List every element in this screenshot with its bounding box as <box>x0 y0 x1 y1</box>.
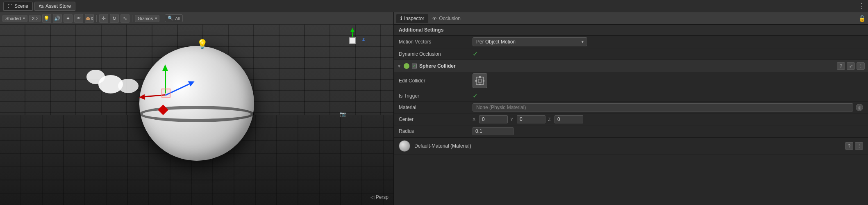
orient-z-label: z <box>362 36 365 42</box>
dynamic-occlusion-value: ✓ <box>473 50 863 58</box>
edit-collider-button[interactable] <box>473 73 487 88</box>
hidden-objects-button[interactable]: 🙈 0 <box>85 14 94 23</box>
center-label: Center <box>399 116 473 122</box>
material-more-button[interactable]: ⋮ <box>855 142 863 150</box>
svg-rect-4 <box>479 76 481 78</box>
scene-search[interactable]: 🔍 All <box>165 14 183 22</box>
sphere-collider-enabled-checkbox[interactable]: ✓ <box>412 64 417 68</box>
additional-settings-header: Additional Settings <box>394 25 868 36</box>
sphere-collider-preset-button[interactable]: ⤢ <box>847 62 855 70</box>
material-value: None (Physic Material) ◎ <box>473 103 863 112</box>
sphere-collider-enabled-check: ✓ <box>413 64 416 68</box>
search-icon: 🔍 <box>168 16 173 21</box>
move-tool[interactable]: ✛ <box>99 14 108 23</box>
motion-vectors-value: Per Object Motion ▼ <box>473 37 863 46</box>
radius-input[interactable] <box>473 127 514 135</box>
toolbar-sep-1 <box>96 15 97 22</box>
selection-box <box>161 89 170 98</box>
asset-store-tab-icon: 🛍 <box>39 4 43 9</box>
shading-dropdown[interactable]: Shaded ▼ <box>2 15 27 22</box>
orientation-gizmo: z <box>340 28 365 52</box>
scale-tool[interactable]: ⤡ <box>120 14 130 23</box>
top-bar-more-button[interactable]: ⋮ <box>858 2 865 10</box>
material-action-buttons: ? ⋮ <box>845 142 863 150</box>
dynamic-occlusion-label: Dynamic Occlusion <box>399 51 473 57</box>
center-y-input[interactable] <box>517 115 545 123</box>
orient-cube[interactable] <box>349 37 356 44</box>
asset-store-tab-label: Asset Store <box>45 3 71 9</box>
scene-tab[interactable]: ⛶ Scene <box>3 2 33 11</box>
gizmos-label: Gizmos <box>138 16 153 21</box>
2d-label: 2D <box>32 16 38 21</box>
dynamic-occlusion-checkbox[interactable]: ✓ <box>473 50 478 58</box>
default-material-name: Default-Material (Material) <box>414 143 841 149</box>
sphere-collider-more-button[interactable]: ⋮ <box>857 62 865 70</box>
occlusion-tab[interactable]: 👁 Occlusion <box>428 14 465 23</box>
material-picker-button[interactable]: ◎ <box>856 104 863 111</box>
center-x-label: X <box>473 117 477 122</box>
z-arrow <box>188 79 196 87</box>
asset-store-tab[interactable]: 🛍 Asset Store <box>34 2 75 11</box>
scene-view-effects-button[interactable]: 👁 <box>74 14 83 23</box>
center-z-input[interactable] <box>554 115 583 123</box>
edit-collider-row: Edit Collider <box>394 72 868 90</box>
motion-vectors-label: Motion Vectors <box>399 39 473 45</box>
panel-tabs: ℹ Inspector 👁 Occlusion 🔓 <box>394 12 868 25</box>
center-x-group: X <box>473 115 508 123</box>
edit-collider-label: Edit Collider <box>399 78 473 84</box>
2d-button[interactable]: 2D <box>29 15 41 22</box>
inspector-tab[interactable]: ℹ Inspector <box>396 14 428 23</box>
sphere-collider-icon: ● <box>404 63 409 69</box>
is-trigger-value: ✓ <box>473 92 863 100</box>
transform-gizmo <box>132 60 198 126</box>
inspector-tab-label: Inspector <box>404 16 424 21</box>
inspector-icon: ℹ <box>400 16 402 21</box>
scene-tab-icon: ⛶ <box>8 4 12 9</box>
sphere-collider-help-button[interactable]: ? <box>837 62 845 70</box>
top-bar: ⛶ Scene 🛍 Asset Store ⋮ <box>0 0 868 12</box>
svg-rect-1 <box>478 79 482 82</box>
radius-row: Radius <box>394 125 868 137</box>
is-trigger-row: Is Trigger ✓ <box>394 90 868 102</box>
is-trigger-checkmark: ✓ <box>473 92 478 100</box>
default-material-row: Default-Material (Material) ? ⋮ <box>394 138 868 155</box>
scene-view: Shaded ▼ 2D 💡 🔊 ✦ 👁 🙈 0 ✛ ↻ ⤡ Gizmos ▼ <box>0 12 393 205</box>
svg-rect-2 <box>475 80 477 82</box>
sphere-collider-title: Sphere Collider <box>419 63 834 69</box>
y-arrow <box>162 64 168 71</box>
panel-lock-button[interactable]: 🔓 <box>859 15 866 22</box>
center-y-label: Y <box>510 117 515 122</box>
rotate-tool[interactable]: ↻ <box>110 14 119 23</box>
center-z-group: Z <box>548 115 583 123</box>
light-button[interactable]: 💡 <box>42 14 51 23</box>
inspector-content: Additional Settings Motion Vectors Per O… <box>394 25 868 205</box>
center-value: X Y Z <box>473 115 863 123</box>
additional-settings-section: Additional Settings Motion Vectors Per O… <box>394 25 868 60</box>
audio-button[interactable]: 🔊 <box>53 14 62 23</box>
scene-3d-view: z ◁ Persp 💡 📷 <box>0 25 393 205</box>
x-arrow <box>139 94 145 100</box>
sphere-collider-collapse-icon[interactable]: ▼ <box>397 64 401 68</box>
svg-rect-5 <box>479 84 481 85</box>
radius-value <box>473 127 863 135</box>
light-icon: 💡 <box>197 39 208 50</box>
center-y-group: Y <box>510 115 545 123</box>
motion-vectors-dropdown[interactable]: Per Object Motion ▼ <box>473 37 587 46</box>
edit-collider-value <box>473 73 863 88</box>
material-preview-sphere <box>399 140 410 152</box>
motion-vectors-dropdown-arrow: ▼ <box>581 40 584 44</box>
scene-tab-label: Scene <box>14 3 28 9</box>
main-layout: Shaded ▼ 2D 💡 🔊 ✦ 👁 🙈 0 ✛ ↻ ⤡ Gizmos ▼ <box>0 12 868 205</box>
gizmos-dropdown[interactable]: Gizmos ▼ <box>135 15 159 22</box>
material-row: Material None (Physic Material) ◎ <box>394 102 868 114</box>
is-trigger-label: Is Trigger <box>399 93 473 99</box>
shading-dropdown-arrow: ▼ <box>22 16 26 20</box>
fx-button[interactable]: ✦ <box>64 14 73 23</box>
is-trigger-checkbox[interactable]: ✓ <box>473 92 478 100</box>
dynamic-occlusion-row: Dynamic Occlusion ✓ <box>394 48 868 60</box>
center-x-input[interactable] <box>479 115 508 123</box>
material-none-text: None (Physic Material) <box>476 105 526 110</box>
material-help-button[interactable]: ? <box>845 142 853 150</box>
shading-label: Shaded <box>5 16 21 21</box>
cloud-3 <box>118 79 139 93</box>
